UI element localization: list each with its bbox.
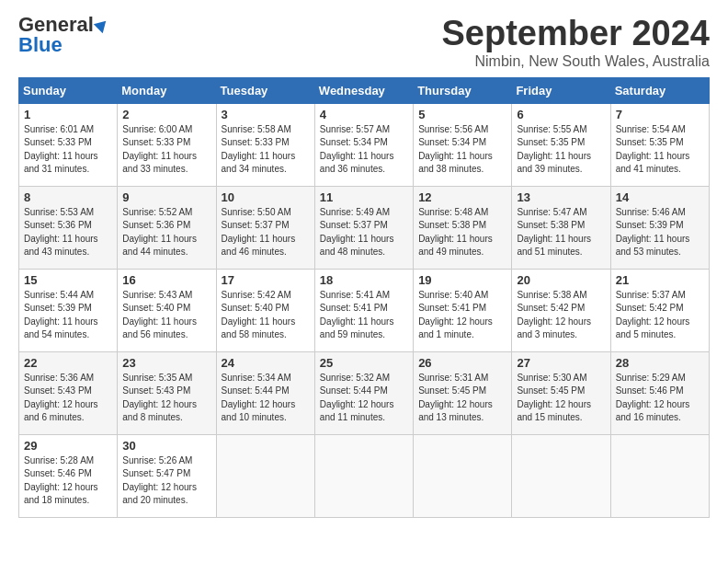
- day-number: 12: [418, 190, 506, 204]
- calendar-day: 21Sunrise: 5:37 AMSunset: 5:42 PMDayligh…: [610, 269, 709, 351]
- weekday-header: Saturday: [610, 77, 709, 103]
- day-info: Sunrise: 5:40 AMSunset: 5:41 PMDaylight:…: [418, 290, 493, 340]
- calendar-day: 15Sunrise: 5:44 AMSunset: 5:39 PMDayligh…: [19, 269, 118, 351]
- calendar-day: 6Sunrise: 5:55 AMSunset: 5:35 PMDaylight…: [512, 103, 610, 186]
- day-number: 29: [24, 439, 112, 453]
- day-number: 22: [24, 356, 112, 370]
- calendar-day: 13Sunrise: 5:47 AMSunset: 5:38 PMDayligh…: [512, 186, 610, 269]
- day-number: 9: [122, 190, 210, 204]
- day-number: 8: [24, 190, 112, 204]
- calendar-day: 22Sunrise: 5:36 AMSunset: 5:43 PMDayligh…: [19, 351, 118, 434]
- day-number: 5: [418, 108, 506, 121]
- day-info: Sunrise: 5:55 AMSunset: 5:35 PMDaylight:…: [517, 124, 591, 175]
- day-info: Sunrise: 5:31 AMSunset: 5:45 PMDaylight:…: [418, 373, 493, 423]
- calendar-day: 27Sunrise: 5:30 AMSunset: 5:45 PMDayligh…: [512, 351, 610, 434]
- calendar-week-row: 8Sunrise: 5:53 AMSunset: 5:36 PMDaylight…: [19, 186, 710, 269]
- day-number: 4: [320, 108, 408, 121]
- day-info: Sunrise: 5:41 AMSunset: 5:41 PMDaylight:…: [320, 290, 394, 340]
- day-info: Sunrise: 5:58 AMSunset: 5:33 PMDaylight:…: [222, 124, 296, 175]
- day-number: 28: [616, 356, 704, 370]
- calendar-week-row: 1Sunrise: 6:01 AMSunset: 5:33 PMDaylight…: [19, 103, 710, 186]
- day-number: 18: [320, 273, 408, 287]
- day-info: Sunrise: 5:37 AMSunset: 5:42 PMDaylight:…: [616, 290, 690, 340]
- weekday-header: Tuesday: [216, 77, 314, 103]
- day-info: Sunrise: 5:43 AMSunset: 5:40 PMDaylight:…: [122, 290, 197, 340]
- day-info: Sunrise: 5:47 AMSunset: 5:38 PMDaylight:…: [517, 207, 591, 258]
- day-info: Sunrise: 5:35 AMSunset: 5:43 PMDaylight:…: [122, 373, 197, 423]
- day-info: Sunrise: 5:46 AMSunset: 5:39 PMDaylight:…: [616, 207, 690, 258]
- day-info: Sunrise: 5:57 AMSunset: 5:34 PMDaylight:…: [320, 124, 394, 175]
- weekday-header: Monday: [118, 77, 216, 103]
- day-number: 11: [320, 190, 408, 204]
- logo: General Blue: [18, 15, 108, 55]
- day-info: Sunrise: 5:38 AMSunset: 5:42 PMDaylight:…: [517, 290, 591, 340]
- day-number: 27: [517, 356, 605, 370]
- day-number: 2: [122, 108, 210, 121]
- day-info: Sunrise: 5:28 AMSunset: 5:46 PMDaylight:…: [24, 455, 98, 506]
- calendar-day: 10Sunrise: 5:50 AMSunset: 5:37 PMDayligh…: [216, 186, 314, 269]
- calendar-day: 5Sunrise: 5:56 AMSunset: 5:34 PMDaylight…: [414, 103, 512, 186]
- day-info: Sunrise: 5:34 AMSunset: 5:44 PMDaylight:…: [222, 373, 296, 423]
- calendar-day: 17Sunrise: 5:42 AMSunset: 5:40 PMDayligh…: [216, 269, 314, 351]
- calendar-week-row: 29Sunrise: 5:28 AMSunset: 5:46 PMDayligh…: [19, 434, 710, 517]
- day-info: Sunrise: 5:52 AMSunset: 5:36 PMDaylight:…: [122, 207, 197, 258]
- day-number: 15: [24, 273, 112, 287]
- day-info: Sunrise: 5:56 AMSunset: 5:34 PMDaylight:…: [418, 124, 493, 175]
- calendar-day: 24Sunrise: 5:34 AMSunset: 5:44 PMDayligh…: [216, 351, 314, 434]
- month-title: September 2024: [442, 15, 711, 53]
- day-info: Sunrise: 5:30 AMSunset: 5:45 PMDaylight:…: [517, 373, 591, 423]
- calendar-day: 11Sunrise: 5:49 AMSunset: 5:37 PMDayligh…: [314, 186, 413, 269]
- day-info: Sunrise: 5:49 AMSunset: 5:37 PMDaylight:…: [320, 207, 394, 258]
- day-info: Sunrise: 5:42 AMSunset: 5:40 PMDaylight:…: [222, 290, 296, 340]
- day-info: Sunrise: 5:53 AMSunset: 5:36 PMDaylight:…: [24, 207, 98, 258]
- calendar-day: 19Sunrise: 5:40 AMSunset: 5:41 PMDayligh…: [414, 269, 512, 351]
- calendar-day: [314, 434, 413, 517]
- day-info: Sunrise: 5:26 AMSunset: 5:47 PMDaylight:…: [122, 455, 197, 506]
- day-info: Sunrise: 5:29 AMSunset: 5:46 PMDaylight:…: [616, 373, 690, 423]
- day-number: 25: [320, 356, 408, 370]
- day-info: Sunrise: 5:44 AMSunset: 5:39 PMDaylight:…: [24, 290, 98, 340]
- calendar-day: 9Sunrise: 5:52 AMSunset: 5:36 PMDaylight…: [118, 186, 216, 269]
- day-info: Sunrise: 6:01 AMSunset: 5:33 PMDaylight:…: [24, 124, 98, 175]
- day-number: 26: [418, 356, 506, 370]
- logo-general-text: General: [18, 15, 94, 35]
- calendar-day: 23Sunrise: 5:35 AMSunset: 5:43 PMDayligh…: [118, 351, 216, 434]
- calendar-week-row: 15Sunrise: 5:44 AMSunset: 5:39 PMDayligh…: [19, 269, 710, 351]
- day-number: 6: [517, 108, 605, 121]
- day-number: 23: [122, 356, 210, 370]
- calendar-day: 7Sunrise: 5:54 AMSunset: 5:35 PMDaylight…: [610, 103, 709, 186]
- calendar-day: [512, 434, 610, 517]
- calendar-day: 1Sunrise: 6:01 AMSunset: 5:33 PMDaylight…: [19, 103, 118, 186]
- day-info: Sunrise: 5:50 AMSunset: 5:37 PMDaylight:…: [222, 207, 296, 258]
- weekday-header: Sunday: [19, 77, 118, 103]
- day-number: 3: [222, 108, 310, 121]
- calendar-day: 26Sunrise: 5:31 AMSunset: 5:45 PMDayligh…: [414, 351, 512, 434]
- calendar-title-area: September 2024 Nimbin, New South Wales, …: [442, 15, 711, 70]
- day-number: 13: [517, 190, 605, 204]
- logo-blue-text: Blue: [18, 35, 63, 55]
- calendar-day: 12Sunrise: 5:48 AMSunset: 5:38 PMDayligh…: [414, 186, 512, 269]
- calendar-day: [414, 434, 512, 517]
- calendar-day: 14Sunrise: 5:46 AMSunset: 5:39 PMDayligh…: [610, 186, 709, 269]
- calendar-day: 29Sunrise: 5:28 AMSunset: 5:46 PMDayligh…: [19, 434, 118, 517]
- weekday-header: Wednesday: [314, 77, 413, 103]
- day-number: 20: [517, 273, 605, 287]
- day-number: 19: [418, 273, 506, 287]
- day-number: 17: [222, 273, 310, 287]
- page-header: General Blue September 2024 Nimbin, New …: [18, 15, 710, 70]
- calendar-day: 16Sunrise: 5:43 AMSunset: 5:40 PMDayligh…: [118, 269, 216, 351]
- calendar-day: 20Sunrise: 5:38 AMSunset: 5:42 PMDayligh…: [512, 269, 610, 351]
- day-number: 7: [616, 108, 704, 121]
- logo-triangle-icon: [94, 17, 110, 33]
- calendar-day: 3Sunrise: 5:58 AMSunset: 5:33 PMDaylight…: [216, 103, 314, 186]
- calendar-day: [216, 434, 314, 517]
- day-number: 24: [222, 356, 310, 370]
- day-info: Sunrise: 5:54 AMSunset: 5:35 PMDaylight:…: [616, 124, 690, 175]
- calendar-header-row: SundayMondayTuesdayWednesdayThursdayFrid…: [19, 77, 710, 103]
- day-info: Sunrise: 5:32 AMSunset: 5:44 PMDaylight:…: [320, 373, 394, 423]
- calendar-day: 4Sunrise: 5:57 AMSunset: 5:34 PMDaylight…: [314, 103, 413, 186]
- day-number: 16: [122, 273, 210, 287]
- weekday-header: Friday: [512, 77, 610, 103]
- day-number: 30: [122, 439, 210, 453]
- weekday-header: Thursday: [414, 77, 512, 103]
